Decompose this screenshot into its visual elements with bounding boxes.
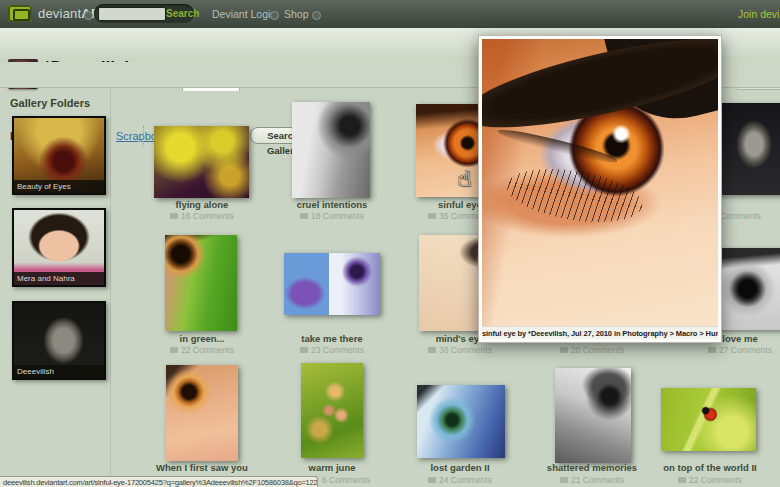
deviation-preview-popup: sinful eye by *Deeevilish, Jul 27, 2010 … (478, 35, 722, 343)
comment-icon (428, 347, 436, 353)
comments-link[interactable]: 20 Comments (540, 345, 644, 355)
top-navigation-bar: deviantART Search Deviant Login Shop Joi… (0, 0, 780, 29)
site-search-button[interactable]: Search (166, 8, 199, 19)
folder-deeevilish[interactable]: Deeevilish (12, 301, 106, 380)
deviantart-logo-icon[interactable] (8, 5, 32, 22)
folder-label: Deeevilish (14, 365, 104, 378)
shop-dropdown-icon[interactable] (312, 11, 321, 20)
comments-link[interactable]: 6 Comments (322, 475, 392, 485)
comments-link[interactable]: 22 Comments (150, 345, 254, 355)
comment-icon (678, 477, 686, 483)
thumbnail-shattered-memories[interactable] (555, 368, 631, 463)
deviation-title[interactable]: in green... (150, 333, 254, 344)
comments-link[interactable]: 21 Comments (540, 475, 644, 485)
shop-link[interactable]: Shop (284, 8, 309, 20)
comments-link[interactable]: 27 Comments (680, 345, 780, 355)
comment-icon (170, 347, 178, 353)
comment-icon (300, 347, 308, 353)
deviation-title[interactable]: warm june (280, 462, 384, 473)
comment-icon (300, 213, 308, 219)
hand-cursor-icon: ☝ (458, 166, 471, 191)
browser-status-bar: deeevilish.deviantart.com/art/sinful-eye… (0, 476, 318, 487)
join-link[interactable]: Join deviantART (738, 8, 780, 20)
thumbnail-when-i-first-saw-you[interactable] (166, 365, 238, 461)
deviation-title[interactable]: take me there (280, 333, 384, 344)
folder-beauty-of-eyes[interactable]: Beauty of Eyes (12, 116, 106, 195)
deviation-title[interactable]: lost garden II (408, 462, 512, 473)
thumbnail-lost-garden-ii[interactable] (417, 385, 505, 458)
preview-image-sinful-eye[interactable] (482, 39, 718, 327)
deviation-title[interactable]: cruel intentions (280, 199, 384, 210)
divider (143, 126, 144, 146)
gallery-folders-heading: Gallery Folders (10, 97, 90, 109)
sidebar-divider (110, 88, 111, 487)
comment-icon (560, 477, 568, 483)
thumbnail-love-me[interactable] (714, 248, 780, 330)
folder-label: Beauty of Eyes (14, 180, 104, 193)
logo-dropdown-icon[interactable] (84, 11, 93, 20)
thumbnail-on-top-of-the-world-ii[interactable] (661, 388, 756, 451)
thumbnail-partially-hidden[interactable] (714, 103, 780, 195)
folder-mera-and-nahra[interactable]: Mera and Nahra (12, 208, 106, 287)
deviation-title[interactable]: flying alone (150, 199, 254, 210)
thumbnail-in-green[interactable] (165, 235, 237, 331)
preview-image-eyelid (497, 125, 619, 166)
deviation-title[interactable]: on top of the world II (655, 462, 765, 473)
comment-icon (170, 213, 178, 219)
thumbnail-cruel-intentions[interactable] (292, 102, 370, 198)
folder-label: Mera and Nahra (14, 272, 104, 285)
thumbnail-take-me-there[interactable] (284, 253, 380, 315)
comments-link[interactable]: 24 Comments (408, 475, 512, 485)
preview-image-lashes (503, 161, 646, 231)
thumbnail-warm-june[interactable] (301, 363, 363, 458)
comment-icon (708, 347, 716, 353)
comment-icon (428, 213, 436, 219)
comment-icon (560, 347, 568, 353)
deviant-login-link[interactable]: Deviant Login (212, 8, 276, 20)
comments-link[interactable]: 36 Comments (408, 345, 512, 355)
site-search-input[interactable] (98, 7, 166, 21)
thumbnail-flying-alone[interactable] (154, 126, 249, 198)
deviant-login-dropdown-icon[interactable] (270, 11, 279, 20)
comments-link[interactable]: 23 Comments (280, 345, 384, 355)
preview-caption: sinful eye by *Deeevilish, Jul 27, 2010 … (482, 326, 718, 339)
comments-link[interactable]: 22 Comments (655, 475, 765, 485)
deviantart-gallery-page: deviantART Search Deviant Login Shop Joi… (0, 0, 780, 487)
deviation-title[interactable]: shattered memories (540, 462, 644, 473)
comments-link[interactable]: 16 Comments (150, 211, 254, 221)
comment-icon (428, 477, 436, 483)
deviation-title[interactable]: When I first saw you (150, 462, 254, 473)
comments-link[interactable]: 18 Comments (280, 211, 384, 221)
